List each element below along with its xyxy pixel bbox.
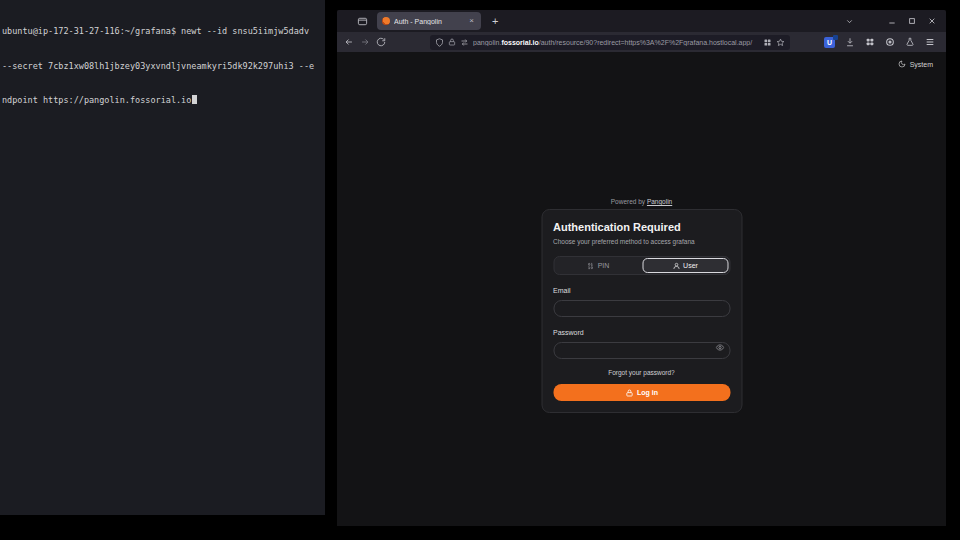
window-minimize-button[interactable] (888, 17, 896, 25)
lock-icon (625, 389, 633, 397)
user-icon (672, 262, 680, 270)
powered-by: Powered by Pangolin (337, 198, 946, 205)
card-title: Authentication Required (553, 221, 730, 234)
tab-user-label: User (683, 262, 698, 269)
tab-pin-label: PIN (598, 262, 610, 269)
email-label: Email (553, 287, 730, 294)
browser-window: Auth - Pangolin × + (337, 10, 946, 526)
moon-icon (898, 60, 906, 68)
tab-title: Auth - Pangolin (394, 18, 467, 25)
new-tab-button[interactable]: + (489, 16, 501, 27)
tab-auth-pangolin[interactable]: Auth - Pangolin × (377, 12, 481, 30)
terminal-line: ubuntu@ip-172-31-27-116:~/grafana$ newt … (2, 26, 323, 38)
tabs-dropdown-icon[interactable] (845, 17, 854, 26)
flask-extension-icon[interactable] (905, 37, 915, 47)
extension-badge (833, 35, 838, 40)
url-text[interactable]: pangolin.fossorial.io/auth/resource/90?r… (473, 39, 759, 46)
terminal-cursor (192, 95, 197, 104)
extension-icon[interactable]: U (824, 37, 835, 48)
terminal-line: --secret 7cbz1xw08lh1jbzey03yxvndljvneam… (2, 61, 323, 73)
tab-close-icon[interactable]: × (467, 16, 476, 26)
eye-icon[interactable] (715, 343, 724, 352)
reload-icon[interactable] (376, 37, 386, 47)
card-subtitle: Choose your preferred method to access g… (553, 238, 730, 245)
downloads-icon[interactable] (845, 37, 855, 47)
browser-toolbar: pangolin.fossorial.io/auth/resource/90?r… (337, 32, 946, 52)
forgot-password-link[interactable]: Forgot your password? (553, 369, 730, 376)
container-grid-icon[interactable] (763, 38, 772, 47)
window-close-button[interactable] (928, 17, 936, 25)
pangolin-favicon (382, 17, 390, 25)
terminal-line-text: ndpoint https://pangolin.fossorial.io (2, 95, 191, 105)
auth-method-tabs: PIN User (553, 256, 730, 275)
powered-by-text: Powered by (611, 198, 645, 205)
password-label: Password (553, 329, 730, 336)
theme-toggle[interactable]: System (898, 60, 933, 68)
lock-icon[interactable] (448, 38, 456, 46)
url-path: /auth/resource/90?redirect=https%3A%2F%2… (539, 39, 752, 46)
binary-icon (587, 262, 595, 270)
circle-extension-icon[interactable] (885, 37, 895, 47)
back-icon[interactable] (344, 37, 354, 47)
theme-toggle-label: System (910, 61, 933, 68)
menu-hamburger-icon[interactable] (925, 37, 935, 47)
forward-icon[interactable] (360, 37, 370, 47)
window-maximize-button[interactable] (908, 17, 916, 25)
email-field[interactable] (553, 300, 730, 317)
bookmark-star-icon[interactable] (776, 38, 785, 47)
firefox-view-icon[interactable] (357, 16, 368, 27)
url-subdomain: pangolin. (473, 39, 501, 46)
password-field[interactable] (553, 342, 730, 359)
terminal-line: ndpoint https://pangolin.fossorial.io (2, 95, 323, 107)
tab-user[interactable]: User (642, 258, 728, 273)
browser-tab-bar: Auth - Pangolin × + (337, 10, 946, 32)
extension-letter: U (827, 39, 832, 46)
login-button[interactable]: Log in (553, 384, 730, 401)
extensions-grid-icon[interactable] (865, 37, 875, 47)
pangolin-link[interactable]: Pangolin (647, 198, 672, 205)
login-button-label: Log in (637, 389, 658, 396)
permissions-switch-icon[interactable] (460, 38, 469, 47)
auth-page: System Powered by Pangolin Authenticatio… (337, 52, 946, 526)
url-bar[interactable]: pangolin.fossorial.io/auth/resource/90?r… (430, 35, 790, 50)
terminal-window[interactable]: ubuntu@ip-172-31-27-116:~/grafana$ newt … (0, 0, 325, 515)
auth-card: Authentication Required Choose your pref… (541, 209, 742, 413)
tracking-protection-shield-icon[interactable] (435, 38, 444, 47)
tab-pin[interactable]: PIN (555, 258, 641, 273)
url-domain: fossorial.io (501, 39, 538, 46)
